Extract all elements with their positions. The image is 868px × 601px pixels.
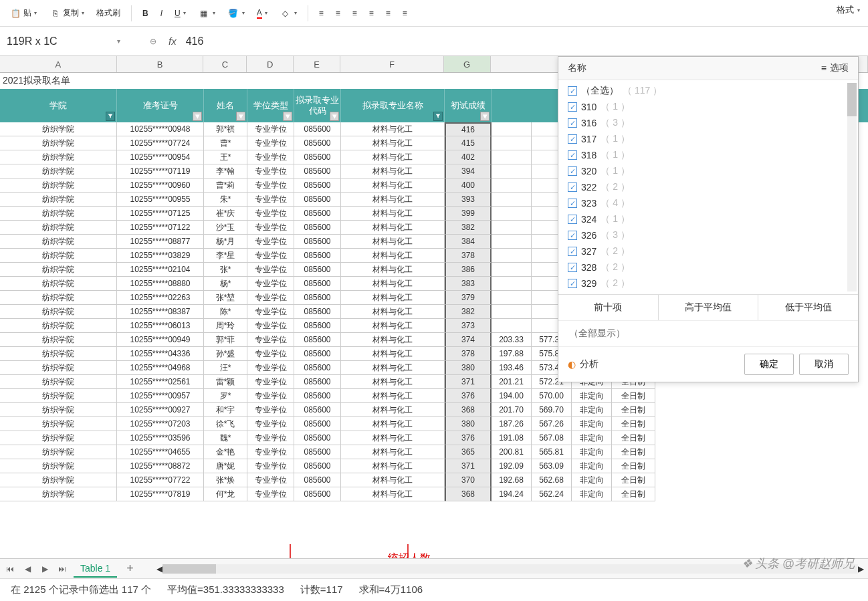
cell[interactable]: 10255*****04655 xyxy=(117,445,204,459)
cell[interactable]: 专业学位 xyxy=(247,221,294,235)
checkbox-icon[interactable] xyxy=(568,150,577,160)
cell[interactable]: 材料与化工 xyxy=(341,207,445,221)
cell[interactable]: 专业学位 xyxy=(247,249,294,263)
cell[interactable]: 085600 xyxy=(294,487,341,501)
cell[interactable]: 193.46 xyxy=(492,361,532,375)
checkbox-icon[interactable] xyxy=(568,134,577,144)
cell[interactable]: 376 xyxy=(445,431,492,445)
filter-item[interactable]: 318（ 1 ） xyxy=(568,147,858,163)
cell[interactable]: 10255*****03829 xyxy=(117,249,204,263)
cell[interactable]: 何*龙 xyxy=(204,487,247,501)
filter-dropdown-icon[interactable]: ▾ xyxy=(283,112,292,121)
cell[interactable]: 379 xyxy=(445,291,492,305)
cell[interactable]: 专业学位 xyxy=(247,136,294,150)
cell[interactable]: 纺织学院 xyxy=(0,221,117,235)
cell[interactable]: 纺织学院 xyxy=(0,122,117,136)
cell[interactable]: 085600 xyxy=(294,249,341,263)
align-left-button[interactable]: ≡ xyxy=(365,7,378,20)
cell[interactable]: 10255*****04336 xyxy=(117,347,204,361)
cell[interactable]: 384 xyxy=(445,235,492,249)
cell[interactable]: 085600 xyxy=(294,207,341,221)
cell[interactable]: 纺织学院 xyxy=(0,487,117,501)
cell[interactable]: 194.24 xyxy=(492,487,532,501)
cell[interactable]: 415 xyxy=(445,136,492,150)
cell[interactable]: 10255*****07722 xyxy=(117,473,204,487)
filter-item[interactable]: 316（ 3 ） xyxy=(568,115,858,131)
cell[interactable]: 10255*****06013 xyxy=(117,319,204,333)
checkbox-icon[interactable] xyxy=(568,231,577,240)
cell[interactable]: 085600 xyxy=(294,193,341,207)
zoom-out-icon[interactable]: ⊖ xyxy=(147,35,159,47)
filter-item[interactable]: （全选）（ 117 ） xyxy=(568,83,858,99)
cell[interactable]: 纺织学院 xyxy=(0,305,117,319)
cell[interactable]: 085600 xyxy=(294,347,341,361)
cell[interactable]: 10255*****00949 xyxy=(117,333,204,347)
cell[interactable]: 纺织学院 xyxy=(0,347,117,361)
filter-icon[interactable] xyxy=(433,112,443,121)
cell[interactable]: 专业学位 xyxy=(247,319,294,333)
cell[interactable]: 376 xyxy=(445,389,492,403)
cell[interactable]: 非定向 xyxy=(572,431,612,445)
cell[interactable]: 383 xyxy=(445,277,492,291)
cell[interactable]: 唐*妮 xyxy=(204,459,247,473)
col-E[interactable]: E xyxy=(294,56,340,72)
cell[interactable]: 张*焕 xyxy=(204,473,247,487)
cell[interactable]: 380 xyxy=(445,361,492,375)
filter-item[interactable]: 327（ 2 ） xyxy=(568,243,858,259)
add-sheet-button[interactable]: + xyxy=(122,562,138,576)
filter-item[interactable]: 324（ 1 ） xyxy=(568,211,858,227)
cell[interactable]: 085600 xyxy=(294,178,341,193)
cell[interactable]: 张* xyxy=(204,263,247,277)
cell[interactable]: 曹*莉 xyxy=(204,178,247,193)
cell[interactable]: 纺织学院 xyxy=(0,136,117,150)
cell[interactable]: 专业学位 xyxy=(247,291,294,305)
checkbox-icon[interactable] xyxy=(568,86,577,96)
cell[interactable]: 085600 xyxy=(294,221,341,235)
cell[interactable]: 365 xyxy=(445,445,492,459)
cell[interactable]: 材料与化工 xyxy=(341,235,445,249)
cell[interactable]: 200.81 xyxy=(492,445,532,459)
copy-button[interactable]: ⎘复制▾ xyxy=(45,5,88,21)
cell[interactable]: 沙*玉 xyxy=(204,221,247,235)
checkbox-icon[interactable] xyxy=(568,215,577,224)
col-F[interactable]: F xyxy=(340,56,444,72)
cell[interactable]: 570.00 xyxy=(532,389,572,403)
cell[interactable] xyxy=(492,249,532,263)
cell[interactable]: 材料与化工 xyxy=(341,333,445,347)
filter-options-button[interactable]: ≡选项 xyxy=(821,62,849,74)
cell[interactable]: 085600 xyxy=(294,136,341,150)
cell[interactable] xyxy=(492,263,532,277)
cell[interactable]: 085600 xyxy=(294,333,341,347)
cell[interactable] xyxy=(492,178,532,193)
cell[interactable]: 材料与化工 xyxy=(341,221,445,235)
format-painter-button[interactable]: 格式刷 xyxy=(92,5,124,21)
cell[interactable]: 569.70 xyxy=(532,403,572,417)
cell[interactable]: 10255*****02263 xyxy=(117,291,204,305)
cell[interactable]: 材料与化工 xyxy=(341,178,445,193)
align-bot-button[interactable]: ≡ xyxy=(348,7,361,20)
cell[interactable] xyxy=(492,291,532,305)
cell[interactable]: 374 xyxy=(445,333,492,347)
cell[interactable]: 非定向 xyxy=(572,417,612,431)
cell[interactable]: 郭*祺 xyxy=(204,122,247,136)
cell[interactable]: 非定向 xyxy=(572,473,612,487)
cell[interactable]: 400 xyxy=(445,178,492,193)
filter-item[interactable]: 323（ 4 ） xyxy=(568,195,858,211)
cell[interactable]: 563.09 xyxy=(532,459,572,473)
cell[interactable]: 全日制 xyxy=(612,431,655,445)
paste-button[interactable]: 📋贴▾ xyxy=(5,5,41,21)
cell[interactable]: 材料与化工 xyxy=(341,375,445,389)
cell[interactable]: 085600 xyxy=(294,263,341,277)
tab-nav-last[interactable]: ⏭ xyxy=(56,563,68,575)
cell[interactable]: 专业学位 xyxy=(247,235,294,249)
cell[interactable]: 材料与化工 xyxy=(341,164,445,178)
cell[interactable]: 专业学位 xyxy=(247,361,294,375)
cell[interactable]: 085600 xyxy=(294,235,341,249)
cell[interactable]: 10255*****00960 xyxy=(117,178,204,193)
cell[interactable]: 曹* xyxy=(204,136,247,150)
cell[interactable]: 材料与化工 xyxy=(341,487,445,501)
filter-dropdown-icon[interactable]: ▾ xyxy=(193,112,202,121)
cell[interactable]: 567.08 xyxy=(532,431,572,445)
cell[interactable]: 材料与化工 xyxy=(341,150,445,164)
cell[interactable]: 纺织学院 xyxy=(0,459,117,473)
